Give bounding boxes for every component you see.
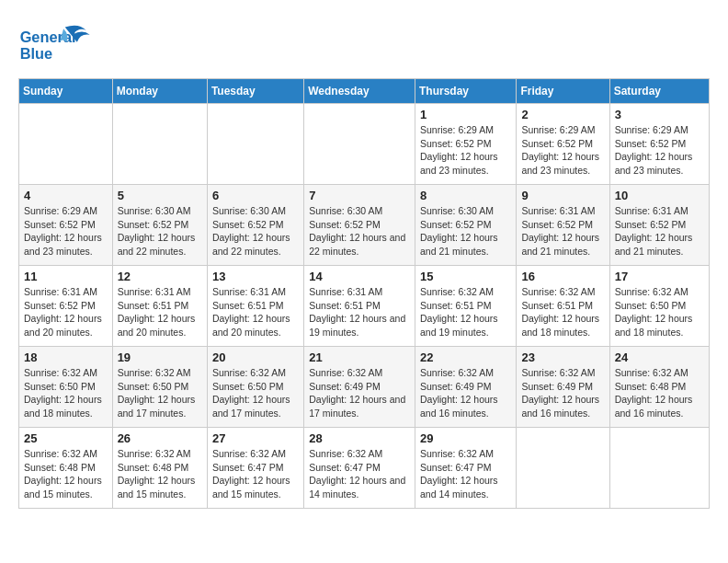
calendar-cell: 6Sunrise: 6:30 AM Sunset: 6:52 PM Daylig… bbox=[207, 185, 303, 266]
day-detail: Sunrise: 6:32 AM Sunset: 6:47 PM Dayligh… bbox=[420, 447, 511, 501]
svg-text:Blue: Blue bbox=[20, 45, 52, 62]
day-number: 7 bbox=[309, 189, 410, 202]
calendar-cell: 28Sunrise: 6:32 AM Sunset: 6:47 PM Dayli… bbox=[304, 428, 415, 509]
logo-svg: General Blue bbox=[18, 18, 101, 69]
calendar-week-1: 1Sunrise: 6:29 AM Sunset: 6:52 PM Daylig… bbox=[19, 104, 710, 185]
calendar-cell: 15Sunrise: 6:32 AM Sunset: 6:51 PM Dayli… bbox=[415, 266, 516, 347]
calendar-cell: 27Sunrise: 6:32 AM Sunset: 6:47 PM Dayli… bbox=[207, 428, 303, 509]
day-detail: Sunrise: 6:32 AM Sunset: 6:49 PM Dayligh… bbox=[521, 366, 604, 420]
calendar-cell: 4Sunrise: 6:29 AM Sunset: 6:52 PM Daylig… bbox=[19, 185, 113, 266]
day-detail: Sunrise: 6:31 AM Sunset: 6:51 PM Dayligh… bbox=[309, 285, 410, 339]
calendar-cell: 3Sunrise: 6:29 AM Sunset: 6:52 PM Daylig… bbox=[609, 104, 709, 185]
day-number: 14 bbox=[309, 270, 410, 283]
day-detail: Sunrise: 6:29 AM Sunset: 6:52 PM Dayligh… bbox=[521, 123, 604, 178]
calendar-cell: 13Sunrise: 6:31 AM Sunset: 6:51 PM Dayli… bbox=[207, 266, 303, 347]
day-detail: Sunrise: 6:32 AM Sunset: 6:47 PM Dayligh… bbox=[212, 447, 299, 501]
calendar-cell: 21Sunrise: 6:32 AM Sunset: 6:49 PM Dayli… bbox=[304, 347, 415, 428]
calendar-cell: 14Sunrise: 6:31 AM Sunset: 6:51 PM Dayli… bbox=[304, 266, 415, 347]
calendar-cell: 25Sunrise: 6:32 AM Sunset: 6:48 PM Dayli… bbox=[19, 428, 113, 509]
calendar-cell bbox=[19, 104, 113, 185]
day-detail: Sunrise: 6:30 AM Sunset: 6:52 PM Dayligh… bbox=[212, 204, 299, 259]
calendar-cell: 1Sunrise: 6:29 AM Sunset: 6:52 PM Daylig… bbox=[415, 104, 516, 185]
day-number: 5 bbox=[118, 189, 202, 202]
calendar-cell: 24Sunrise: 6:32 AM Sunset: 6:48 PM Dayli… bbox=[609, 347, 709, 428]
day-detail: Sunrise: 6:31 AM Sunset: 6:51 PM Dayligh… bbox=[212, 285, 299, 339]
calendar-cell: 2Sunrise: 6:29 AM Sunset: 6:52 PM Daylig… bbox=[517, 104, 609, 185]
calendar-week-5: 25Sunrise: 6:32 AM Sunset: 6:48 PM Dayli… bbox=[19, 428, 710, 509]
column-header-tuesday: Tuesday bbox=[207, 79, 303, 104]
column-header-wednesday: Wednesday bbox=[304, 79, 415, 104]
calendar-cell: 12Sunrise: 6:31 AM Sunset: 6:51 PM Dayli… bbox=[112, 266, 207, 347]
calendar-cell bbox=[207, 104, 303, 185]
day-detail: Sunrise: 6:31 AM Sunset: 6:52 PM Dayligh… bbox=[24, 285, 108, 339]
calendar-cell bbox=[609, 428, 709, 509]
day-number: 27 bbox=[212, 431, 299, 445]
calendar-table: SundayMondayTuesdayWednesdayThursdayFrid… bbox=[18, 78, 710, 509]
day-number: 21 bbox=[309, 350, 410, 364]
day-detail: Sunrise: 6:32 AM Sunset: 6:50 PM Dayligh… bbox=[118, 366, 202, 420]
calendar-cell: 11Sunrise: 6:31 AM Sunset: 6:52 PM Dayli… bbox=[19, 266, 113, 347]
day-detail: Sunrise: 6:31 AM Sunset: 6:51 PM Dayligh… bbox=[118, 285, 202, 339]
day-number: 23 bbox=[521, 350, 604, 364]
day-number: 1 bbox=[420, 108, 511, 121]
calendar-cell: 7Sunrise: 6:30 AM Sunset: 6:52 PM Daylig… bbox=[304, 185, 415, 266]
day-detail: Sunrise: 6:32 AM Sunset: 6:50 PM Dayligh… bbox=[615, 285, 704, 339]
day-detail: Sunrise: 6:30 AM Sunset: 6:52 PM Dayligh… bbox=[420, 204, 511, 259]
day-number: 10 bbox=[615, 189, 704, 202]
day-number: 4 bbox=[24, 189, 108, 202]
column-header-thursday: Thursday bbox=[415, 79, 516, 104]
day-number: 22 bbox=[420, 350, 511, 364]
column-header-monday: Monday bbox=[112, 79, 207, 104]
day-number: 15 bbox=[420, 270, 511, 283]
calendar-cell: 8Sunrise: 6:30 AM Sunset: 6:52 PM Daylig… bbox=[415, 185, 516, 266]
column-header-sunday: Sunday bbox=[19, 79, 113, 104]
day-number: 29 bbox=[420, 431, 511, 445]
calendar-cell: 20Sunrise: 6:32 AM Sunset: 6:50 PM Dayli… bbox=[207, 347, 303, 428]
day-detail: Sunrise: 6:31 AM Sunset: 6:52 PM Dayligh… bbox=[615, 204, 704, 259]
day-number: 28 bbox=[309, 431, 410, 445]
calendar-week-2: 4Sunrise: 6:29 AM Sunset: 6:52 PM Daylig… bbox=[19, 185, 710, 266]
day-number: 24 bbox=[615, 350, 704, 364]
logo: General Blue bbox=[18, 18, 101, 69]
calendar-cell bbox=[304, 104, 415, 185]
day-detail: Sunrise: 6:32 AM Sunset: 6:50 PM Dayligh… bbox=[24, 366, 108, 420]
day-detail: Sunrise: 6:29 AM Sunset: 6:52 PM Dayligh… bbox=[24, 204, 108, 259]
day-detail: Sunrise: 6:32 AM Sunset: 6:49 PM Dayligh… bbox=[309, 366, 410, 420]
calendar-cell: 10Sunrise: 6:31 AM Sunset: 6:52 PM Dayli… bbox=[609, 185, 709, 266]
calendar-week-3: 11Sunrise: 6:31 AM Sunset: 6:52 PM Dayli… bbox=[19, 266, 710, 347]
day-detail: Sunrise: 6:29 AM Sunset: 6:52 PM Dayligh… bbox=[615, 123, 704, 178]
day-number: 26 bbox=[118, 431, 202, 445]
calendar-cell: 26Sunrise: 6:32 AM Sunset: 6:48 PM Dayli… bbox=[112, 428, 207, 509]
day-detail: Sunrise: 6:32 AM Sunset: 6:50 PM Dayligh… bbox=[212, 366, 299, 420]
day-number: 16 bbox=[521, 270, 604, 283]
column-header-friday: Friday bbox=[517, 79, 609, 104]
calendar-week-4: 18Sunrise: 6:32 AM Sunset: 6:50 PM Dayli… bbox=[19, 347, 710, 428]
column-header-saturday: Saturday bbox=[609, 79, 709, 104]
day-number: 20 bbox=[212, 350, 299, 364]
calendar-cell: 16Sunrise: 6:32 AM Sunset: 6:51 PM Dayli… bbox=[517, 266, 609, 347]
day-number: 6 bbox=[212, 189, 299, 202]
calendar-cell: 19Sunrise: 6:32 AM Sunset: 6:50 PM Dayli… bbox=[112, 347, 207, 428]
svg-text:General: General bbox=[20, 29, 76, 45]
day-detail: Sunrise: 6:32 AM Sunset: 6:51 PM Dayligh… bbox=[420, 285, 511, 339]
day-detail: Sunrise: 6:32 AM Sunset: 6:51 PM Dayligh… bbox=[521, 285, 604, 339]
calendar-cell: 17Sunrise: 6:32 AM Sunset: 6:50 PM Dayli… bbox=[609, 266, 709, 347]
page-header: General Blue bbox=[18, 18, 710, 69]
calendar-cell: 18Sunrise: 6:32 AM Sunset: 6:50 PM Dayli… bbox=[19, 347, 113, 428]
day-detail: Sunrise: 6:30 AM Sunset: 6:52 PM Dayligh… bbox=[118, 204, 202, 259]
calendar-header-row: SundayMondayTuesdayWednesdayThursdayFrid… bbox=[19, 79, 710, 104]
day-number: 3 bbox=[615, 108, 704, 121]
calendar-cell: 29Sunrise: 6:32 AM Sunset: 6:47 PM Dayli… bbox=[415, 428, 516, 509]
day-number: 13 bbox=[212, 270, 299, 283]
calendar-cell: 23Sunrise: 6:32 AM Sunset: 6:49 PM Dayli… bbox=[517, 347, 609, 428]
calendar-cell bbox=[112, 104, 207, 185]
day-detail: Sunrise: 6:32 AM Sunset: 6:48 PM Dayligh… bbox=[615, 366, 704, 420]
day-detail: Sunrise: 6:29 AM Sunset: 6:52 PM Dayligh… bbox=[420, 123, 511, 178]
calendar-cell: 5Sunrise: 6:30 AM Sunset: 6:52 PM Daylig… bbox=[112, 185, 207, 266]
day-number: 9 bbox=[521, 189, 604, 202]
day-detail: Sunrise: 6:31 AM Sunset: 6:52 PM Dayligh… bbox=[521, 204, 604, 259]
calendar-cell: 9Sunrise: 6:31 AM Sunset: 6:52 PM Daylig… bbox=[517, 185, 609, 266]
day-number: 8 bbox=[420, 189, 511, 202]
day-detail: Sunrise: 6:32 AM Sunset: 6:47 PM Dayligh… bbox=[309, 447, 410, 501]
day-detail: Sunrise: 6:30 AM Sunset: 6:52 PM Dayligh… bbox=[309, 204, 410, 259]
